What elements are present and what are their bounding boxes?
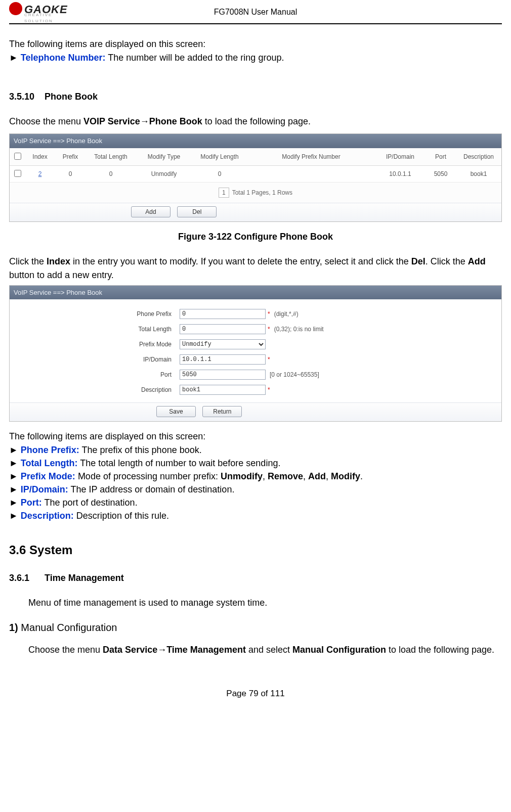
col-port: Port (425, 148, 456, 166)
row-port: Port [0 or 1024~65535] (10, 367, 501, 382)
index-link[interactable]: 2 (38, 170, 42, 177)
input-phone-prefix[interactable] (180, 309, 266, 319)
telephone-number-desc: The number will be added to the ring gro… (106, 53, 284, 63)
row-phone-prefix: Phone Prefix * (digit,*,#) (10, 306, 501, 322)
arrow-icon: ► (9, 471, 18, 481)
text: Choose the menu (28, 645, 103, 655)
opt-add: Add (308, 471, 326, 481)
arrow-icon: ► (9, 458, 18, 468)
text: button to add a new entry. (9, 270, 114, 280)
col-ip-domain: IP/Domain (375, 148, 425, 166)
cell-modify-prefix-number (247, 165, 375, 182)
save-button[interactable]: Save (156, 406, 196, 417)
header-title: FG7008N User Manual (9, 5, 502, 18)
page-footer: Page 79 of 111 (9, 687, 502, 700)
menu-phone-book: Phone Book (149, 116, 202, 126)
label-prefix-mode: Prefix Mode (10, 340, 180, 349)
desc: The IP address or domain of destination. (68, 484, 235, 494)
del-button[interactable]: Del (177, 206, 217, 217)
col-index: Index (25, 148, 55, 166)
input-port[interactable] (180, 370, 266, 380)
table-button-row: Add Del (10, 203, 501, 221)
section-3-5-10-heading: 3.5.10Phone Book (9, 90, 502, 104)
sub-1-heading: 1) Manual Configuration (9, 620, 502, 635)
section-title: Phone Book (45, 92, 98, 102)
items-intro: The following items are displayed on thi… (9, 430, 502, 443)
form-button-row: Save Return (10, 402, 501, 421)
sub-title: Manual Configuration (21, 622, 117, 633)
label-port: Port (10, 370, 180, 379)
desc: Description of this rule. (74, 511, 169, 521)
input-total-length[interactable] (180, 324, 266, 334)
menu-voip-service: VOIP Service (83, 116, 140, 126)
hint-phone-prefix: (digit,*,#) (274, 309, 299, 319)
form-body: Phone Prefix * (digit,*,#) Total Length … (10, 299, 501, 402)
menu-time-management: Time Management (166, 645, 246, 655)
label-description: Description (10, 385, 180, 394)
item-telephone-number: ► Telephone Number: The number will be a… (9, 51, 502, 65)
section-3-6-heading: 3.6 System (9, 541, 502, 559)
cell-modify-length: 0 (192, 165, 247, 182)
arrow-icon: → (140, 116, 149, 126)
col-prefix: Prefix (55, 148, 86, 166)
input-ip-domain[interactable] (180, 354, 266, 365)
input-description[interactable] (180, 385, 266, 395)
required-icon: * (268, 355, 270, 364)
arrow-icon: ► (9, 498, 18, 508)
page-number[interactable]: 1 (219, 188, 229, 198)
select-all-checkbox[interactable] (14, 153, 21, 160)
add-button[interactable]: Add (131, 206, 171, 217)
opt-unmodify: Unmodify (221, 471, 263, 481)
required-icon: * (268, 309, 270, 319)
bold-index: Index (47, 256, 70, 266)
label-ip-domain: IP/Domain (10, 355, 180, 364)
arrow-icon: ► (9, 53, 18, 63)
table-row: 2 0 0 Unmodify 0 10.0.1.1 5050 book1 (10, 165, 501, 182)
label-phone-prefix: Phone Prefix (10, 309, 180, 319)
text: to load the following page. (386, 645, 494, 655)
arrow-icon: → (157, 645, 166, 655)
item-phone-prefix: ► Phone Prefix: The prefix of this phone… (9, 443, 502, 457)
pager-summary: Total 1 Pages, 1 Rows (232, 189, 292, 196)
intro-text: The following items are displayed on thi… (9, 37, 502, 51)
menu-instruction: Choose the menu VOIP Service→Phone Book … (9, 115, 502, 128)
cell-modify-type: Unmodify (136, 165, 192, 182)
arrow-icon: ► (9, 511, 18, 521)
text: in the entry you want to modify. If you … (70, 256, 411, 266)
row-checkbox[interactable] (14, 170, 21, 177)
item-prefix-mode: ► Prefix Mode: Mode of processing number… (9, 470, 502, 483)
desc: Mode of processing number prefix: (75, 471, 221, 481)
arrow-icon: ► (9, 484, 18, 494)
cell-ip-domain: 10.0.1.1 (375, 165, 425, 182)
col-description: Description (456, 148, 501, 166)
label: Port: (21, 498, 42, 508)
hint-total-length: (0,32); 0:is no limit (274, 325, 324, 334)
click-instruction: Click the Index in the entry you want to… (9, 255, 502, 282)
section-title: Time Management (45, 573, 124, 583)
section-3-6-1-heading: 3.6.1Time Management (9, 571, 502, 585)
sub-1-instruction: Choose the menu Data Service→Time Manage… (9, 643, 502, 657)
phonebook-table-panel: VoIP Service ==> Phone Book Index Prefix… (9, 133, 502, 222)
menu-data-service: Data Service (103, 645, 157, 655)
text: Choose the menu (9, 116, 83, 126)
label: Total Length: (21, 458, 78, 468)
cell-description: book1 (456, 165, 501, 182)
telephone-number-label: Telephone Number: (21, 53, 106, 63)
item-ip-domain: ► IP/Domain: The IP address or domain of… (9, 483, 502, 496)
panel-title: VoIP Service ==> Phone Book (10, 286, 501, 300)
opt-modify: Modify (331, 471, 360, 481)
text: to load the following page. (202, 116, 311, 126)
label: Prefix Mode: (21, 471, 75, 481)
row-total-length: Total Length * (0,32); 0:is no limit (10, 322, 501, 337)
logo-mark-icon (9, 2, 22, 15)
text: . Click the (425, 256, 468, 266)
cell-total-length: 0 (86, 165, 136, 182)
table-header-row: Index Prefix Total Length Modify Type Mo… (10, 148, 501, 166)
row-description: Description * (10, 382, 501, 397)
return-button[interactable]: Return (202, 406, 242, 417)
select-prefix-mode[interactable]: Unmodify (180, 339, 266, 349)
section-number: 3.6.1 (9, 571, 45, 585)
desc: The port of destination. (42, 498, 138, 508)
col-modify-type: Modify Type (136, 148, 192, 166)
pager: 1Total 1 Pages, 1 Rows (10, 183, 501, 203)
